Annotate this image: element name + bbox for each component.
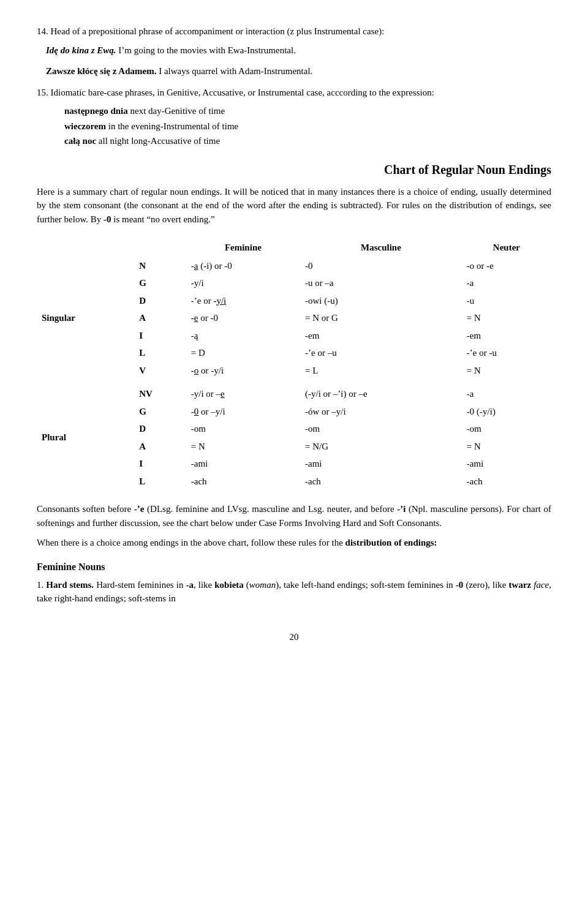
phrase3-rest: all night long-Accusative of time — [96, 136, 220, 146]
neut-G-pl: -0 (-y/i) — [462, 403, 551, 421]
chart-title: Chart of Regular Noun Endings — [37, 160, 551, 179]
fem-I: -ą — [186, 327, 300, 345]
item-1: 1. Hard stems. Hard-stem feminines in -a… — [37, 578, 551, 606]
fem-G-pl: -0 or –y/i — [186, 403, 300, 421]
table-row: Plural NV -y/i or –e (-y/i or –’i) or –e… — [37, 385, 551, 403]
fem-D-pl: -om — [186, 420, 300, 438]
case-I: I — [134, 327, 186, 345]
col-header-masculine: Masculine — [300, 238, 462, 257]
fem-I-pl: -ami — [186, 455, 300, 473]
heading-14-text: 14. Head of a prepositional phrase of ac… — [37, 26, 384, 36]
noun-endings-table: Feminine Masculine Neuter Singular N -a … — [37, 238, 551, 490]
col-header-neuter: Neuter — [462, 238, 551, 257]
case-G-pl: G — [134, 403, 186, 421]
fem-G: -y/i — [186, 274, 300, 292]
page-number: 20 — [37, 630, 551, 644]
example1-trans: I’m going to the movies with Ewa-Instrum… — [116, 45, 296, 55]
item1-bold3: kobieta — [214, 580, 244, 590]
neut-A-pl: = N — [462, 438, 551, 456]
item1-bold2: -a — [186, 580, 194, 590]
neut-L: -’e or -u — [462, 344, 551, 362]
masc-A-pl: = N/G — [300, 438, 462, 456]
footnote-text1: Consonants soften before — [37, 504, 134, 514]
spacer-row — [37, 379, 551, 385]
footnote-code2: -’i — [397, 504, 405, 514]
fem-N: -a (-i) or -0 — [186, 257, 300, 275]
chart-intro-bold: -0 — [104, 214, 111, 224]
neut-NV: -a — [462, 385, 551, 403]
case-G: G — [134, 274, 186, 292]
masc-L: -’e or –u — [300, 344, 462, 362]
neut-D: -u — [462, 292, 551, 310]
item1-italic: woman — [249, 580, 276, 590]
case-I-pl: I — [134, 455, 186, 473]
example2-trans: I always quarrel with Adam-Instrumental. — [156, 66, 312, 76]
item1-italic2: face, — [531, 580, 551, 590]
masc-G-pl: -ów or –y/i — [300, 403, 462, 421]
case-D-pl: D — [134, 420, 186, 438]
item1-text3: ( — [244, 580, 249, 590]
fem-V: -o or -y/i — [186, 362, 300, 380]
neut-L-pl: -ach — [462, 473, 551, 491]
item1-text5: (zero), like — [463, 580, 508, 590]
phrase3: całą noc all night long-Accusative of ti… — [37, 134, 551, 148]
masc-D-pl: -om — [300, 420, 462, 438]
table-header-row: Feminine Masculine Neuter — [37, 238, 551, 257]
distribution-para: When there is a choice among endings in … — [37, 536, 551, 550]
neut-A: = N — [462, 309, 551, 327]
phrase3-bold: całą noc — [64, 136, 96, 146]
item1-text4: ), take left-hand endings; soft-stem fem… — [276, 580, 456, 590]
masc-A: = N or G — [300, 309, 462, 327]
fem-A-pl: = N — [186, 438, 300, 456]
phrase2-rest: in the evening-Instrumental of time — [106, 121, 238, 131]
masc-L-pl: -ach — [300, 473, 462, 491]
phrase1-bold: następnego dnia — [64, 106, 128, 116]
footnote-text2: (DLsg. feminine and LVsg. masculine and … — [144, 504, 397, 514]
masc-G: -u or –a — [300, 274, 462, 292]
feminine-nouns-heading: Feminine Nouns — [37, 560, 551, 574]
footnote-block: Consonants soften before -’e (DLsg. femi… — [37, 502, 551, 530]
masc-I: -em — [300, 327, 462, 345]
footnote-code1: -’e — [134, 504, 145, 514]
heading-14: 14. Head of a prepositional phrase of ac… — [37, 24, 551, 39]
case-D: D — [134, 292, 186, 310]
phrase2-bold: wieczorem — [64, 121, 106, 131]
neut-D-pl: -om — [462, 420, 551, 438]
col-header-feminine: Feminine — [186, 238, 300, 257]
masc-I-pl: -ami — [300, 455, 462, 473]
table-row: Singular N -a (-i) or -0 -0 -o or -e — [37, 257, 551, 275]
col-header-blank2 — [134, 238, 186, 257]
case-N: N — [134, 257, 186, 275]
item1-num: 1. — [37, 580, 46, 590]
fem-L-pl: -ach — [186, 473, 300, 491]
fem-A: -e or -0 — [186, 309, 300, 327]
fem-D: -’e or -y/i — [186, 292, 300, 310]
case-L-pl: L — [134, 473, 186, 491]
case-A-pl: A — [134, 438, 186, 456]
masc-D: -owi (-u) — [300, 292, 462, 310]
singular-label: Singular — [37, 257, 134, 380]
page-content: 14. Head of a prepositional phrase of ac… — [37, 24, 551, 644]
item1-text6: take right-hand endings; soft-stems in — [37, 593, 176, 603]
phrase2: wieczorem in the evening-Instrumental of… — [37, 119, 551, 133]
case-A: A — [134, 309, 186, 327]
col-header-blank1 — [37, 238, 134, 257]
example2-bold: Zawsze kłócę się z Adamem. — [46, 66, 156, 76]
masc-N: -0 — [300, 257, 462, 275]
example2: Zawsze kłócę się z Adamem. I always quar… — [37, 64, 551, 78]
plural-label: Plural — [37, 385, 134, 490]
case-NV: NV — [134, 385, 186, 403]
masc-NV: (-y/i or –’i) or –e — [300, 385, 462, 403]
phrase1-rest: next day-Genitive of time — [128, 106, 225, 116]
chart-intro: Here is a summary chart of regular noun … — [37, 185, 551, 227]
item1-bold4: -0 — [456, 580, 464, 590]
heading-15: 15. Idiomatic bare-case phrases, in Geni… — [37, 86, 551, 100]
phrase1: następnego dnia next day-Genitive of tim… — [37, 104, 551, 118]
chart-intro-end: is meant “no overt ending.” — [111, 214, 215, 224]
item1-text: Hard-stem feminines in — [94, 580, 186, 590]
example1-italic: Idę do kina z Ewą. — [46, 45, 116, 55]
neut-N: -o or -e — [462, 257, 551, 275]
fem-NV: -y/i or –e — [186, 385, 300, 403]
case-L: L — [134, 344, 186, 362]
item1-bold5: twarz — [509, 580, 532, 590]
